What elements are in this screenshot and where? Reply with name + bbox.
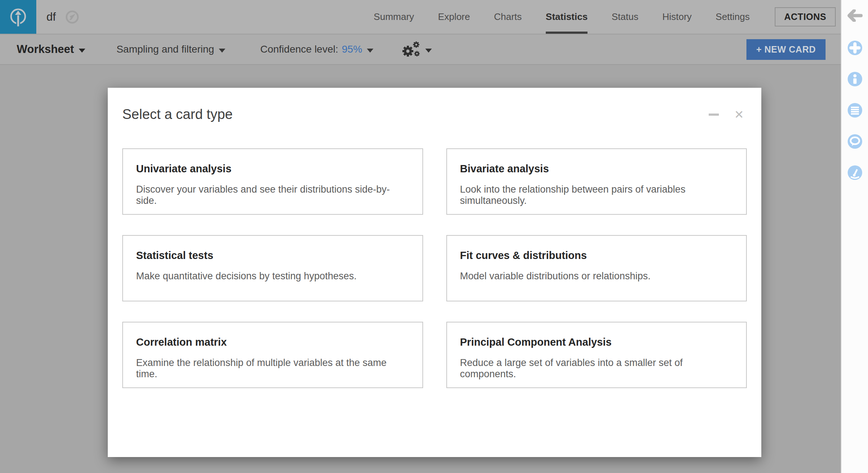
rail-info-button[interactable]	[848, 72, 862, 86]
select-card-type-modal: ✕ Select a card type Univariate analysis…	[108, 88, 761, 457]
rail-comments-button[interactable]	[848, 134, 862, 149]
card-title: Statistical tests	[136, 250, 409, 262]
dataset-nav-tabs: Summary Explore Charts Statistics Status…	[362, 0, 762, 34]
rail-lab-button[interactable]	[848, 165, 862, 180]
card-title: Principal Component Analysis	[460, 336, 733, 348]
tab-statistics[interactable]: Statistics	[546, 0, 588, 34]
confidence-label: Confidence level:	[260, 44, 338, 55]
card-title: Correlation matrix	[136, 336, 409, 348]
card-bivariate-analysis[interactable]: Bivariate analysis Look into the relatio…	[446, 148, 747, 215]
tab-history[interactable]: History	[662, 0, 692, 34]
card-description: Look into the relationship between pairs…	[460, 184, 733, 206]
card-description: Examine the relationship of multiple var…	[136, 357, 409, 380]
card-title: Univariate analysis	[136, 163, 409, 175]
tab-explore[interactable]: Explore	[438, 0, 470, 34]
card-statistical-tests[interactable]: Statistical tests Make quantitative deci…	[122, 235, 423, 301]
dimmed-background: ✕ Select a card type Univariate analysis…	[0, 65, 841, 473]
tab-summary[interactable]: Summary	[374, 0, 414, 34]
chat-bubble-icon	[848, 135, 862, 148]
card-description: Model variable distributions or relation…	[460, 271, 733, 282]
minimize-icon[interactable]	[709, 114, 719, 116]
worksheet-label: Worksheet	[17, 43, 74, 56]
card-title: Fit curves & distributions	[460, 250, 733, 262]
top-header: df Summary Explore Charts Statistics Sta…	[0, 0, 841, 34]
microscope-icon	[848, 166, 862, 180]
tab-settings[interactable]: Settings	[716, 0, 750, 34]
plus-icon	[848, 41, 862, 55]
card-type-grid: Univariate analysis Discover your variab…	[122, 148, 747, 388]
tab-charts[interactable]: Charts	[494, 0, 522, 34]
sampling-label: Sampling and filtering	[116, 44, 214, 55]
worksheet-dropdown[interactable]: Worksheet	[17, 43, 85, 56]
gears-icon	[402, 40, 421, 58]
dataset-logo[interactable]	[0, 0, 36, 34]
card-description: Reduce a large set of variables into a s…	[460, 357, 733, 380]
collapse-panel-arrow-icon[interactable]	[847, 9, 863, 22]
card-title: Bivariate analysis	[460, 163, 733, 175]
card-principal-component-analysis[interactable]: Principal Component Analysis Reduce a la…	[446, 322, 747, 388]
upload-arrow-icon	[5, 5, 31, 29]
table-list-icon	[848, 103, 862, 117]
tab-status[interactable]: Status	[611, 0, 638, 34]
card-correlation-matrix[interactable]: Correlation matrix Examine the relations…	[122, 322, 423, 388]
right-panel-rail	[841, 0, 868, 473]
card-univariate-analysis[interactable]: Univariate analysis Discover your variab…	[122, 148, 423, 215]
worksheet-toolbar: Worksheet Sampling and filtering Confide…	[0, 34, 841, 65]
rail-add-button[interactable]	[848, 41, 862, 55]
close-icon[interactable]: ✕	[734, 109, 744, 120]
card-description: Discover your variables and see their di…	[136, 184, 409, 206]
worksheet-settings-menu[interactable]	[402, 40, 432, 58]
navigator-compass-icon[interactable]	[65, 10, 79, 24]
sampling-filtering-dropdown[interactable]: Sampling and filtering	[116, 44, 225, 55]
actions-button[interactable]: ACTIONS	[775, 7, 836, 26]
dataset-title: df	[46, 11, 56, 24]
chevron-down-icon	[219, 49, 225, 53]
main-column: df Summary Explore Charts Statistics Sta…	[0, 0, 841, 473]
card-description: Make quantitative decisions by testing h…	[136, 271, 409, 282]
modal-title: Select a card type	[122, 107, 747, 122]
chevron-down-icon	[425, 49, 432, 53]
card-fit-curves-distributions[interactable]: Fit curves & distributions Model variabl…	[446, 235, 747, 301]
app-window: df Summary Explore Charts Statistics Sta…	[0, 0, 868, 473]
rail-details-button[interactable]	[848, 103, 862, 118]
new-card-button[interactable]: + NEW CARD	[746, 39, 826, 60]
modal-controls: ✕	[709, 109, 744, 120]
confidence-level-dropdown[interactable]: Confidence level: 95%	[260, 44, 373, 55]
chevron-down-icon	[367, 49, 373, 53]
chevron-down-icon	[79, 49, 85, 53]
confidence-value: 95%	[342, 44, 362, 55]
info-icon	[848, 72, 862, 86]
